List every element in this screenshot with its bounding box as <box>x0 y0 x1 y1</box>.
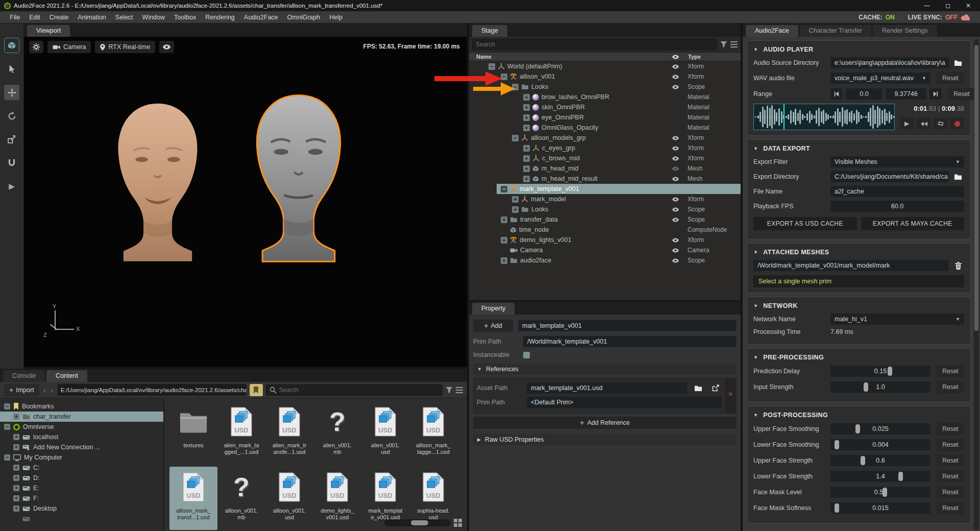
file-allison-v001-usd[interactable]: allison_v001.usd <box>265 467 313 530</box>
face-mask-level-reset[interactable]: Reset <box>937 486 964 498</box>
viewport-tool-button[interactable] <box>4 38 19 53</box>
tree-drive-f[interactable]: +F: <box>0 493 163 503</box>
open-asset-icon[interactable] <box>709 382 722 394</box>
tree-add-connection[interactable]: +Add New Connection ... <box>0 442 163 452</box>
playback-fps-field[interactable]: 60.0 <box>830 201 964 212</box>
range-skip-start-button[interactable] <box>830 88 843 100</box>
browse-asset-icon[interactable] <box>692 382 704 394</box>
tree-bookmarks[interactable]: −Bookmarks <box>0 401 163 412</box>
raw-usd-section-header[interactable]: ▶Raw USD Properties <box>473 434 737 445</box>
face-mask-level-slider[interactable]: 0.53 <box>830 487 930 498</box>
delete-mesh-icon[interactable] <box>952 260 964 271</box>
range-skip-end-button[interactable] <box>929 88 942 100</box>
file-allison-v001-mb[interactable]: ?allison_v001.mb <box>217 467 265 530</box>
content-filter-icon[interactable] <box>446 387 453 394</box>
back-button[interactable]: ‹ <box>42 385 47 394</box>
tab-viewport[interactable]: Viewport <box>27 25 70 37</box>
stage-row-m-head-mid-result[interactable]: +m_head_mid_resultMesh <box>469 174 741 184</box>
file-alien-v001-usd[interactable]: alien_v001.usd <box>361 401 409 465</box>
tab-render-settings[interactable]: Render Settings <box>873 25 937 37</box>
stage-row-c-brows-mid[interactable]: +c_brows_midXform <box>469 153 741 163</box>
stage-row-mark-model[interactable]: +mark_modelXform <box>469 194 741 204</box>
upper-face-smoothing-reset[interactable]: Reset <box>937 423 964 435</box>
attached-mesh-path-field[interactable]: /World/mark_template_v001/mark_model/mar… <box>753 260 949 271</box>
scale-tool-button[interactable] <box>4 132 19 147</box>
tab-property[interactable]: Property <box>472 303 514 315</box>
tree-my-computer[interactable]: −My Computer <box>0 452 163 463</box>
data-export-header[interactable]: ▼DATA EXPORT <box>753 145 964 152</box>
grid-view-icon[interactable] <box>454 519 462 527</box>
file-alien-mark-transfer[interactable]: alien_mark_transfe...1.usd <box>265 401 313 465</box>
stage-row-m-head-mid[interactable]: +m_head_midMesh <box>469 163 741 174</box>
prim-name-field[interactable]: mark_template_v001 <box>518 320 737 331</box>
stage-row-mark-looks[interactable]: +LooksScope <box>469 204 741 214</box>
stage-filter-icon[interactable] <box>720 41 727 48</box>
maximize-button[interactable]: ◻ <box>945 2 950 9</box>
tab-stage[interactable]: Stage <box>472 25 507 37</box>
range-reset-button[interactable]: Reset <box>948 88 975 100</box>
stage-row-audio2face[interactable]: +audio2faceScope <box>469 255 741 266</box>
post-processing-header[interactable]: ▼POST-PROCESSING <box>753 412 964 419</box>
ref-prim-path-field[interactable]: <Default Prim> <box>527 397 722 408</box>
face-mask-softness-slider[interactable]: 0.015 <box>830 502 930 514</box>
content-search-input[interactable] <box>279 387 439 394</box>
lower-face-smoothing-reset[interactable]: Reset <box>937 439 964 451</box>
tab-character-transfer[interactable]: Character Transfer <box>800 25 871 37</box>
menu-help[interactable]: Help <box>325 14 347 21</box>
menu-rendering[interactable]: Rendering <box>201 14 239 21</box>
file-alien-v001-mb[interactable]: ?alien_v001.mb <box>313 401 361 465</box>
tab-content[interactable]: Content <box>46 370 87 382</box>
play-audio-button[interactable]: ▶ <box>900 118 914 129</box>
upper-face-smoothing-slider[interactable]: 0.025 <box>830 423 930 435</box>
file-name-field[interactable]: a2f_cache <box>830 186 964 197</box>
network-header[interactable]: ▼NETWORK <box>753 302 964 309</box>
export-directory-field[interactable]: C:/Users/jiang/Documents/Kit/shared/ca <box>830 171 949 182</box>
stage-row-brow-lashes[interactable]: +brow_lashes_OmniPBRMaterial <box>469 92 741 102</box>
file-allison-mark-tagged[interactable]: allison_mark_tagge...1.usd <box>409 401 457 465</box>
pre-processing-header[interactable]: ▼PRE-PROCESSING <box>753 354 964 361</box>
stage-row-allison-v001[interactable]: −allison_v001Xform <box>469 71 741 82</box>
remove-reference-button[interactable]: ✕ <box>725 378 736 413</box>
lower-face-smoothing-slider[interactable]: 0.004 <box>830 439 930 450</box>
prediction-delay-reset[interactable]: Reset <box>937 365 964 377</box>
select-tool-button[interactable] <box>4 61 19 77</box>
record-button[interactable] <box>950 118 964 129</box>
wav-reset-button[interactable]: Reset <box>937 72 964 84</box>
bookmark-button[interactable] <box>250 384 263 396</box>
browse-export-dir-icon[interactable] <box>952 171 964 182</box>
minimize-button[interactable]: — <box>924 2 930 9</box>
type-column-header[interactable]: Type <box>683 54 741 60</box>
prim-path-field[interactable]: /World/mark_template_v001 <box>523 336 737 347</box>
stage-row-camera[interactable]: +CameraCamera <box>469 245 741 255</box>
menu-file[interactable]: File <box>5 14 24 21</box>
prediction-delay-slider[interactable]: 0.15 <box>830 366 930 377</box>
move-tool-button[interactable] <box>4 85 19 100</box>
menu-edit[interactable]: Edit <box>24 14 45 21</box>
tree-desktop[interactable]: +Desktop <box>0 503 163 514</box>
stage-row-looks[interactable]: −LooksScope <box>469 82 741 92</box>
input-strength-slider[interactable]: 1.0 <box>830 381 930 393</box>
menu-select[interactable]: Select <box>111 14 138 21</box>
add-property-button[interactable]: +Add <box>473 320 513 332</box>
stage-row-omniglass[interactable]: +OmniGlass_OpacityMaterial <box>469 123 741 133</box>
network-name-dropdown[interactable]: male_hi_v1▼ <box>830 313 964 325</box>
menu-animation[interactable]: Animation <box>73 14 111 21</box>
waveform-display[interactable] <box>753 104 895 130</box>
rewind-button[interactable] <box>917 118 930 129</box>
export-maya-cache-button[interactable]: EXPORT AS MAYA CACHE <box>861 217 965 230</box>
viewport-canvas[interactable]: Camera RTX Real-time FPS: 52.63, Frame t… <box>24 37 467 367</box>
stage-options-icon[interactable] <box>730 41 738 48</box>
viewport-visibility-button[interactable] <box>159 41 174 53</box>
lower-face-strength-slider[interactable]: 1.4 <box>830 471 930 482</box>
stage-row-transfer-data[interactable]: +transfer_dataScope <box>469 214 741 225</box>
tree-drive-d[interactable]: +D: <box>0 473 163 483</box>
face-mask-softness-reset[interactable]: Reset <box>937 502 964 514</box>
panel-scrollbar[interactable] <box>974 39 979 530</box>
audio-player-header[interactable]: ▼AUDIO PLAYER <box>753 46 964 53</box>
waveform-playhead[interactable] <box>783 104 785 130</box>
menu-create[interactable]: Create <box>45 14 74 21</box>
stage-row-time-node[interactable]: +time_nodeComputeNode <box>469 225 741 235</box>
range-start-field[interactable]: 0.0 <box>846 88 883 100</box>
visibility-column-header[interactable] <box>667 55 683 59</box>
rotate-tool-button[interactable] <box>4 108 19 124</box>
